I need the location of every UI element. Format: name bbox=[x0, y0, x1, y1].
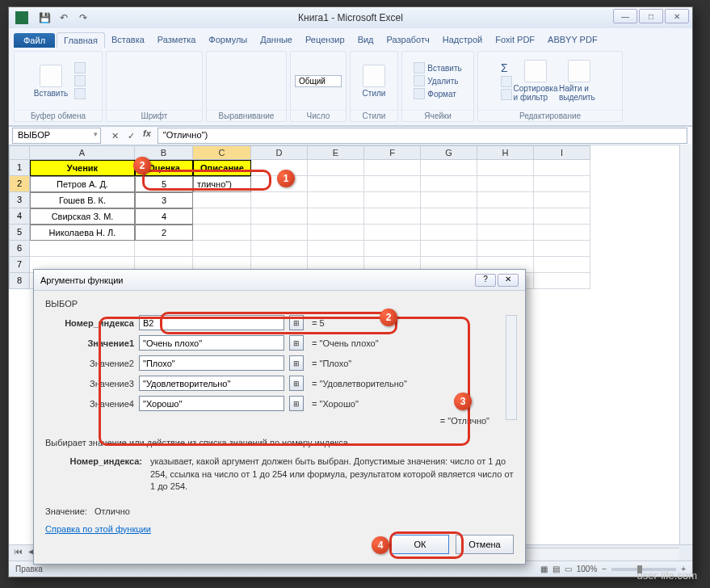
col-header-E[interactable]: E bbox=[308, 145, 364, 160]
row-header-2[interactable]: 2 bbox=[9, 176, 30, 192]
col-header-D[interactable]: D bbox=[251, 145, 308, 160]
cell-F5[interactable] bbox=[364, 225, 421, 241]
cell-G2[interactable] bbox=[421, 176, 477, 192]
ribbon-tab-4[interactable]: Данные bbox=[254, 32, 299, 48]
col-header-I[interactable]: I bbox=[534, 145, 590, 160]
formula-input[interactable]: "Отлично") bbox=[158, 128, 687, 144]
select-all-corner[interactable] bbox=[9, 145, 30, 160]
cut-button[interactable] bbox=[74, 62, 86, 74]
cell-E1[interactable] bbox=[308, 160, 364, 176]
cell-H1[interactable] bbox=[477, 160, 534, 176]
arg-input-0[interactable] bbox=[139, 315, 284, 330]
cell-G4[interactable] bbox=[421, 208, 477, 225]
arg-input-3[interactable] bbox=[139, 376, 284, 391]
cell-I7[interactable] bbox=[534, 257, 590, 273]
cell-F3[interactable] bbox=[364, 192, 421, 208]
ribbon-tab-2[interactable]: Разметка bbox=[151, 32, 203, 48]
cancel-button[interactable]: Отмена bbox=[456, 535, 514, 554]
cell-A3[interactable]: Гошев В. К. bbox=[30, 192, 135, 208]
close-button[interactable]: ✕ bbox=[665, 9, 689, 23]
ribbon-tab-8[interactable]: Надстрой bbox=[436, 32, 489, 48]
ribbon-tab-10[interactable]: ABBYY PDF bbox=[541, 32, 604, 48]
range-picker-2[interactable]: ⊞ bbox=[289, 355, 304, 371]
ribbon-tab-6[interactable]: Вид bbox=[351, 32, 380, 48]
arg-input-4[interactable] bbox=[139, 396, 284, 411]
cell-E3[interactable] bbox=[308, 192, 364, 208]
cell-H5[interactable] bbox=[477, 225, 534, 241]
find-select-button[interactable]: Найти и выделить bbox=[559, 60, 599, 102]
minimize-button[interactable]: — bbox=[613, 9, 637, 23]
row-header-5[interactable]: 5 bbox=[9, 225, 30, 241]
cell-F2[interactable] bbox=[364, 176, 421, 192]
accept-formula-button[interactable]: ✓ bbox=[124, 128, 138, 143]
format-cells-button[interactable]: Формат bbox=[414, 88, 461, 99]
cell-G6[interactable] bbox=[421, 241, 477, 257]
row-header-1[interactable]: 1 bbox=[9, 160, 30, 176]
number-format-select[interactable]: Общий bbox=[295, 75, 342, 87]
save-icon[interactable]: 💾 bbox=[36, 10, 53, 26]
cell-I8[interactable] bbox=[534, 273, 590, 289]
ribbon-tab-9[interactable]: Foxit PDF bbox=[489, 32, 541, 48]
cell-F1[interactable] bbox=[364, 160, 421, 176]
format-painter-button[interactable] bbox=[74, 88, 86, 99]
view-normal-icon[interactable]: ▦ bbox=[540, 565, 548, 573]
styles-button[interactable]: Стили bbox=[354, 65, 394, 98]
ribbon-tab-1[interactable]: Вставка bbox=[105, 32, 151, 48]
cell-G3[interactable] bbox=[421, 192, 477, 208]
ribbon-tab-5[interactable]: Рецензир bbox=[299, 32, 351, 48]
cell-I1[interactable] bbox=[534, 160, 590, 176]
paste-button[interactable]: Вставить bbox=[31, 65, 71, 98]
help-link[interactable]: Справка по этой функции bbox=[45, 524, 151, 534]
row-header-3[interactable]: 3 bbox=[9, 192, 30, 208]
range-picker-4[interactable]: ⊞ bbox=[289, 396, 304, 411]
cell-G1[interactable] bbox=[421, 160, 477, 176]
col-header-G[interactable]: G bbox=[421, 145, 477, 160]
cell-A4[interactable]: Свирская З. М. bbox=[30, 208, 135, 225]
cell-I5[interactable] bbox=[534, 225, 590, 241]
undo-icon[interactable]: ↶ bbox=[56, 10, 72, 26]
view-break-icon[interactable]: ▭ bbox=[565, 565, 572, 573]
ribbon-tab-7[interactable]: Разработч bbox=[380, 32, 436, 48]
clear-button[interactable] bbox=[501, 89, 512, 100]
row-header-6[interactable]: 6 bbox=[9, 241, 30, 257]
ok-button[interactable]: ОК bbox=[391, 535, 449, 554]
arg-input-2[interactable] bbox=[139, 355, 284, 371]
row-header-8[interactable]: 8 bbox=[9, 273, 30, 289]
fx-icon[interactable]: fx bbox=[140, 128, 154, 143]
cell-I2[interactable] bbox=[534, 176, 590, 192]
cell-H4[interactable] bbox=[477, 208, 534, 225]
copy-button[interactable] bbox=[74, 75, 86, 86]
range-picker-1[interactable]: ⊞ bbox=[289, 335, 304, 351]
sort-filter-button[interactable]: Сортировка и фильтр bbox=[515, 60, 556, 102]
view-layout-icon[interactable]: ▤ bbox=[552, 565, 560, 573]
cell-H2[interactable] bbox=[477, 176, 534, 192]
cell-C3[interactable] bbox=[193, 192, 251, 208]
cell-I4[interactable] bbox=[534, 208, 590, 225]
delete-cells-button[interactable]: Удалить bbox=[414, 75, 461, 86]
vertical-scrollbar[interactable] bbox=[679, 145, 692, 544]
cell-E6[interactable] bbox=[308, 241, 364, 257]
dialog-help-button[interactable]: ? bbox=[475, 274, 496, 287]
col-header-A[interactable]: A bbox=[30, 145, 135, 160]
cell-D4[interactable] bbox=[251, 208, 308, 225]
zoom-level[interactable]: 100% bbox=[577, 565, 598, 573]
arg-input-1[interactable] bbox=[139, 335, 284, 351]
cell-F6[interactable] bbox=[364, 241, 421, 257]
ribbon-tab-0[interactable]: Главная bbox=[57, 32, 105, 48]
cell-G5[interactable] bbox=[421, 225, 477, 241]
row-header-4[interactable]: 4 bbox=[9, 208, 30, 225]
redo-icon[interactable]: ↷ bbox=[75, 10, 91, 26]
cell-E4[interactable] bbox=[308, 208, 364, 225]
cell-A5[interactable]: Николаева Н. Л. bbox=[30, 225, 135, 241]
cell-F4[interactable] bbox=[364, 208, 421, 225]
cell-D5[interactable] bbox=[251, 225, 308, 241]
cell-C2[interactable]: тлично") bbox=[193, 176, 251, 192]
cell-D6[interactable] bbox=[251, 241, 308, 257]
maximize-button[interactable]: □ bbox=[639, 9, 663, 23]
col-header-C[interactable]: C bbox=[193, 145, 251, 160]
fill-button[interactable] bbox=[501, 76, 512, 87]
zoom-out-button[interactable]: − bbox=[602, 565, 607, 573]
col-header-F[interactable]: F bbox=[364, 145, 421, 160]
range-picker-0[interactable]: ⊞ bbox=[289, 315, 304, 330]
cell-C6[interactable] bbox=[193, 241, 251, 257]
